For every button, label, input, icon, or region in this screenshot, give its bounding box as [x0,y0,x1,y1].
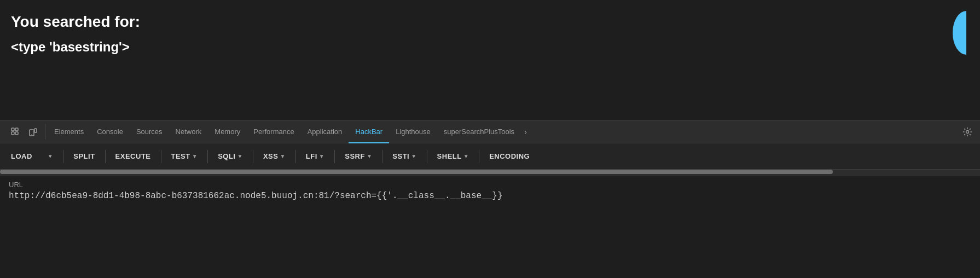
divider-7 [334,150,335,163]
tab-network[interactable]: Network [169,120,208,143]
devtools-toolbar: Elements Console Sources Network Memory … [0,120,980,143]
url-bar-area: URL http://d6cb5ea9-8dd1-4b98-8abc-b6373… [0,176,980,221]
svg-point-6 [31,134,32,135]
tab-performance[interactable]: Performance [247,120,300,143]
tab-application[interactable]: Application [301,120,349,143]
url-value[interactable]: http://d6cb5ea9-8dd1-4b98-8abc-b63738166… [9,191,971,201]
tab-memory[interactable]: Memory [208,120,247,143]
main-content: You searched for: <type 'basestring'> [0,0,980,120]
search-result: <type 'basestring'> [11,39,969,55]
divider-2 [105,150,106,163]
svg-rect-0 [11,128,14,131]
encoding-button[interactable]: ENCODING [483,149,536,164]
chevron-down-icon: ▼ [463,153,469,159]
tab-sources[interactable]: Sources [130,120,169,143]
execute-button[interactable]: EXECUTE [109,149,158,164]
sqli-button[interactable]: SQLI ▼ [211,149,250,164]
divider-3 [161,150,161,163]
svg-rect-2 [15,128,18,131]
chevron-right-icon: › [524,128,527,136]
chevron-down-icon: ▼ [367,153,372,159]
divider-6 [295,150,296,163]
tab-lighthouse[interactable]: Lighthouse [389,120,437,143]
divider-8 [382,150,382,163]
chevron-down-icon: ▼ [280,153,285,159]
chevron-down-icon: ▼ [237,153,242,159]
xss-button[interactable]: XSS ▼ [257,149,292,164]
tabs-overflow-button[interactable]: › [521,128,530,136]
devtools-icon-group [3,124,45,140]
svg-point-7 [966,131,969,134]
chevron-down-icon: ▼ [192,153,198,159]
divider-5 [253,150,253,163]
test-button[interactable]: TEST ▼ [165,149,205,164]
devtools-tabs: Elements Console Sources Network Memory … [48,120,521,143]
load-dropdown-button[interactable]: ▼ [41,150,60,163]
tab-console[interactable]: Console [90,120,130,143]
tab-hackbar[interactable]: HackBar [349,120,389,143]
ssrf-button[interactable]: SSRF ▼ [338,149,379,164]
device-toggle-button[interactable] [25,124,40,140]
divider-9 [427,150,427,163]
divider-10 [479,150,479,163]
tab-supersearch[interactable]: superSearchPlusTools [437,120,521,143]
svg-rect-3 [15,132,18,135]
chevron-down-icon: ▼ [411,153,416,159]
chevron-down-icon: ▼ [48,153,53,159]
scrollbar-thumb[interactable] [0,170,833,174]
tab-elements[interactable]: Elements [48,120,90,143]
horizontal-scrollbar[interactable] [0,170,980,176]
shell-button[interactable]: SHELL ▼ [431,149,476,164]
load-button[interactable]: LOAD [4,149,39,164]
svg-rect-5 [34,129,37,132]
ssti-button[interactable]: SSTI ▼ [386,149,423,164]
lfi-button[interactable]: LFI ▼ [299,149,331,164]
divider-1 [63,150,63,163]
hackbar-toolbar: LOAD ▼ SPLIT EXECUTE TEST ▼ SQLI ▼ XSS ▼… [0,143,980,170]
search-title: You searched for: [11,13,969,31]
gear-icon [962,127,972,137]
url-label: URL [9,181,971,189]
settings-button[interactable] [958,127,977,137]
cursor-icon-button[interactable] [8,124,23,140]
svg-rect-1 [11,132,14,135]
chevron-down-icon: ▼ [319,153,324,159]
divider-4 [207,150,208,163]
split-button[interactable]: SPLIT [67,149,101,164]
